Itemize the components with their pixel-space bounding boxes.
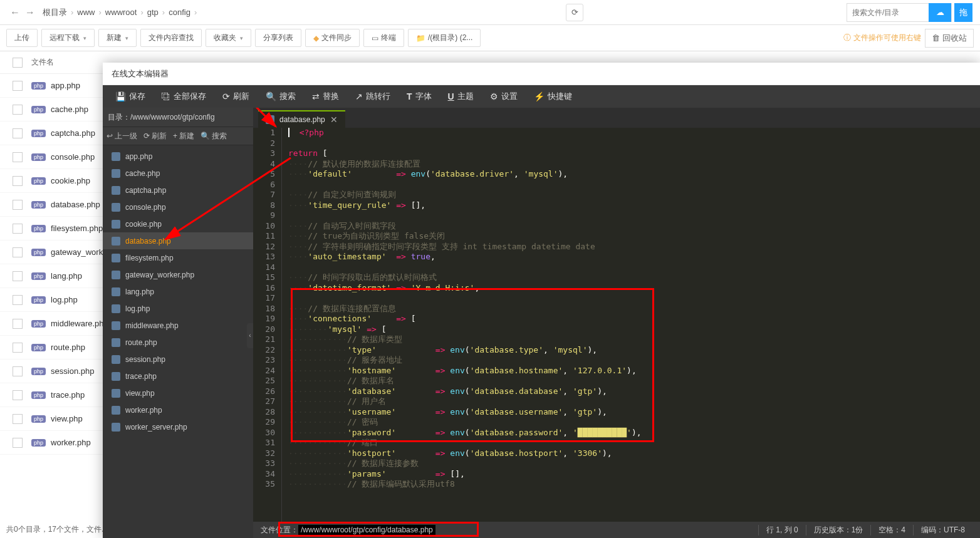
tree-item[interactable]: app.php: [103, 148, 253, 165]
row-checkbox[interactable]: [13, 319, 23, 329]
select-all-checkbox[interactable]: [13, 58, 23, 68]
drag-button[interactable]: 拖: [954, 3, 972, 22]
row-checkbox[interactable]: [13, 390, 23, 400]
row-checkbox[interactable]: [13, 295, 23, 305]
row-checkbox[interactable]: [13, 105, 23, 115]
tree-item[interactable]: session.php: [103, 351, 253, 368]
editor-shortcuts-button[interactable]: ⚡快捷键: [526, 87, 580, 106]
remote-download-button[interactable]: 远程下载: [41, 29, 95, 47]
tree-item[interactable]: gateway_worker.php: [103, 266, 253, 283]
tree-toolbar: ↩ 上一级 ⟳ 刷新 + 新建 🔍 搜索: [103, 127, 253, 145]
tree-item-label: database.php: [125, 237, 171, 246]
close-icon[interactable]: ✕: [330, 115, 338, 125]
row-checkbox[interactable]: [13, 414, 23, 424]
nav-back-icon[interactable]: ←: [8, 5, 23, 20]
tree-item[interactable]: view.php: [103, 385, 253, 401]
trash-button[interactable]: 🗑回收站: [925, 29, 974, 48]
row-checkbox[interactable]: [13, 224, 23, 234]
tree-item[interactable]: trace.php: [103, 368, 253, 385]
refresh-button[interactable]: ⟳: [566, 4, 583, 21]
share-list-button[interactable]: 分享列表: [255, 29, 301, 47]
content-search-button[interactable]: 文件内容查找: [140, 29, 202, 47]
php-icon: php: [31, 320, 46, 328]
editor-settings-button[interactable]: ⚙设置: [482, 87, 525, 106]
file-name: worker.php: [51, 438, 91, 447]
trash-icon: 🗑: [932, 33, 940, 43]
editor-replace-button[interactable]: ⇄替换: [305, 87, 347, 106]
php-icon: php: [31, 272, 46, 280]
breadcrumb-item[interactable]: config: [169, 8, 190, 17]
nav-forward-icon[interactable]: →: [23, 5, 38, 20]
tree-item[interactable]: database.php: [103, 232, 253, 249]
tree-item[interactable]: cookie.php: [103, 215, 253, 232]
file-name: cookie.php: [51, 176, 90, 185]
collapse-handle[interactable]: ‹: [247, 323, 253, 348]
search-icon: 🔍: [266, 91, 276, 101]
status-cursor: 行 1, 列 0: [758, 525, 806, 535]
php-icon: php: [31, 106, 46, 113]
file-name: console.php: [51, 152, 95, 162]
modal-title: 在线文本编辑器: [103, 63, 980, 85]
row-checkbox[interactable]: [13, 271, 23, 281]
refresh-icon: ⟳: [222, 91, 230, 101]
terminal-button[interactable]: ▭终端: [363, 29, 404, 47]
editor-toolbar: 💾保存 ⿻全部保存 ⟳刷新 🔍搜索 ⇄替换 ↗跳转行 T字体 U主题 ⚙设置 ⚡…: [103, 85, 980, 108]
row-checkbox[interactable]: [13, 366, 23, 376]
tree-refresh-button[interactable]: ⟳ 刷新: [143, 131, 167, 142]
save-icon: 💾: [115, 91, 126, 101]
tree-item[interactable]: console.php: [103, 199, 253, 215]
tree-item[interactable]: cache.php: [103, 165, 253, 182]
tree-item[interactable]: filesystem.php: [103, 249, 253, 266]
tree-item[interactable]: lang.php: [103, 283, 253, 300]
php-file-icon: [112, 169, 120, 178]
php-file-icon: [112, 423, 120, 432]
status-history[interactable]: 历史版本：1份: [806, 525, 871, 535]
tree-item-label: cookie.php: [125, 220, 162, 229]
new-button[interactable]: 新建: [98, 29, 137, 47]
breadcrumb-item[interactable]: wwwroot: [105, 8, 137, 17]
tree-item-label: worker.php: [125, 406, 162, 415]
tree-new-button[interactable]: + 新建: [173, 131, 194, 142]
row-checkbox[interactable]: [13, 81, 23, 91]
row-checkbox[interactable]: [13, 152, 23, 162]
row-checkbox[interactable]: [13, 247, 23, 257]
file-sync-button[interactable]: ◆文件同步: [305, 29, 360, 47]
tree-item[interactable]: captcha.php: [103, 182, 253, 199]
editor-theme-button[interactable]: U主题: [440, 87, 481, 106]
editor-refresh-button[interactable]: ⟳刷新: [215, 87, 257, 106]
row-checkbox[interactable]: [13, 343, 23, 353]
row-checkbox[interactable]: [13, 200, 23, 210]
tree-item-label: log.php: [125, 304, 150, 313]
tree-item[interactable]: log.php: [103, 300, 253, 317]
upload-button[interactable]: 上传: [6, 29, 38, 47]
tree-item[interactable]: route.php: [103, 334, 253, 351]
breadcrumb-item[interactable]: www: [77, 8, 95, 17]
breadcrumb-root[interactable]: 根目录: [43, 7, 67, 18]
tree-item[interactable]: worker_server.php: [103, 418, 253, 435]
tree-search-button[interactable]: 🔍 搜索: [201, 131, 227, 142]
file-name: captcha.php: [51, 128, 95, 138]
editor-tab[interactable]: database.php ✕: [258, 110, 345, 128]
row-checkbox[interactable]: [13, 438, 23, 448]
cloud-icon[interactable]: ☁: [929, 3, 951, 22]
root-dir-button[interactable]: 📁/(根目录) (2...: [408, 29, 481, 47]
editor-search-button[interactable]: 🔍搜索: [258, 87, 303, 106]
php-file-icon: [112, 186, 120, 195]
file-name: route.php: [51, 343, 85, 352]
row-checkbox[interactable]: [13, 176, 23, 186]
editor-goto-button[interactable]: ↗跳转行: [348, 87, 398, 106]
tree-item[interactable]: worker.php: [103, 401, 253, 418]
tree-up-button[interactable]: ↩ 上一级: [107, 131, 137, 142]
editor-save-all-button[interactable]: ⿻全部保存: [154, 87, 214, 106]
favorites-button[interactable]: 收藏夹: [206, 29, 251, 47]
code-editor[interactable]: 1234567891011121314151617181920212223242…: [253, 128, 980, 522]
file-name: session.php: [51, 366, 94, 376]
php-file-icon: [266, 115, 274, 124]
editor-save-button[interactable]: 💾保存: [108, 87, 153, 106]
tree-item[interactable]: middleware.php: [103, 317, 253, 334]
search-input[interactable]: [847, 8, 929, 17]
breadcrumb: 根目录 › www › wwwroot › gtp › config ›: [43, 7, 566, 18]
editor-font-button[interactable]: T字体: [399, 87, 439, 106]
row-checkbox[interactable]: [13, 128, 23, 138]
breadcrumb-item[interactable]: gtp: [147, 8, 159, 17]
